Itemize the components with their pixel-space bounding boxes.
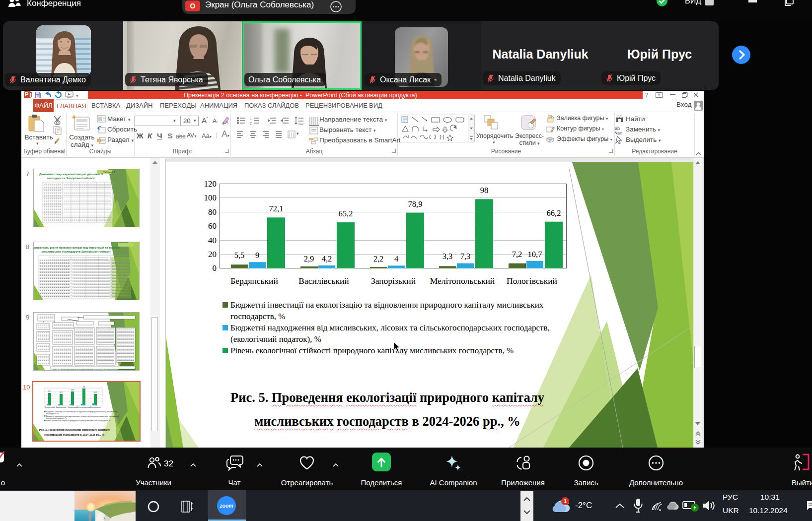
svg-text:60: 60 <box>208 221 217 231</box>
svg-text:Бюджетні надходження від мисли: Бюджетні надходження від мисливських, лі… <box>230 323 550 332</box>
svg-text:5,5: 5,5 <box>234 251 245 260</box>
svg-text:Василівський: Василівський <box>56 406 67 408</box>
svg-text:9: 9 <box>255 251 259 260</box>
svg-text:господарств, %: господарств, % <box>230 312 285 321</box>
svg-text:Рівень екологічної стійкості п: Рівень екологічної стійкості природного … <box>230 346 514 355</box>
svg-text:80: 80 <box>208 207 217 217</box>
svg-text:1: 1 <box>250 117 252 121</box>
svg-text:Рівень екологічної стійкості п: Рівень екологічної стійкості природного … <box>46 420 111 422</box>
svg-text:10,7: 10,7 <box>528 250 542 259</box>
svg-text:2,9: 2,9 <box>304 254 314 263</box>
svg-text:78,9: 78,9 <box>408 199 423 209</box>
svg-text:78,9: 78,9 <box>71 389 74 391</box>
svg-text:65,2: 65,2 <box>60 391 63 393</box>
svg-text:(екологічний податок), %: (екологічний податок), % <box>46 417 67 419</box>
svg-text:Динаміка стану наукової витрат: Динаміка стану наукової витрат діяльност… <box>39 173 103 176</box>
svg-text:Таблиця 3: Таблиця 3 <box>103 171 115 174</box>
svg-text:2: 2 <box>250 122 252 125</box>
svg-text:98: 98 <box>480 186 489 195</box>
svg-text:Рис. 5. Проведення екологізаці: Рис. 5. Проведення екологізації природно… <box>39 428 110 431</box>
svg-text:Пологівський: Пологівський <box>507 276 557 286</box>
svg-text:ac: ac <box>617 130 622 135</box>
svg-text:65,2: 65,2 <box>339 209 353 218</box>
svg-text:4,2: 4,2 <box>322 254 332 263</box>
svg-text:7,2: 7,2 <box>512 250 522 259</box>
svg-text:7,3: 7,3 <box>460 252 471 261</box>
svg-text:4: 4 <box>394 254 398 263</box>
svg-text:72,1: 72,1 <box>48 391 52 392</box>
svg-text:мисливських господарств в 2024: мисливських господарств в 2024-2026 рр.,… <box>44 433 104 436</box>
svg-text:72,1: 72,1 <box>269 204 284 213</box>
svg-text:A: A <box>225 120 228 125</box>
svg-text:Запорізький: Запорізький <box>68 406 77 408</box>
svg-text:Василівський: Василівський <box>298 276 349 286</box>
svg-text:(екологічний податок), %: (екологічний податок), % <box>230 334 321 344</box>
svg-text:господарств, %: господарств, % <box>46 413 59 415</box>
svg-text:Запорізький: Запорізький <box>371 276 416 286</box>
svg-text:20: 20 <box>208 250 217 259</box>
svg-text:2,2: 2,2 <box>373 254 384 263</box>
svg-text:40: 40 <box>208 236 217 245</box>
svg-text:0: 0 <box>213 263 217 273</box>
svg-text:Бердянський: Бердянський <box>45 406 55 408</box>
svg-text:Пологівський: Пологівський <box>90 406 101 408</box>
svg-text:мисливських господарств Запорі: мисливських господарств Запорізької обла… <box>42 250 111 253</box>
svg-text:66,2: 66,2 <box>94 391 97 393</box>
svg-text:Бердянський: Бердянський <box>230 276 278 286</box>
svg-text:1: 1 <box>564 498 567 504</box>
svg-text:120: 120 <box>204 179 217 189</box>
svg-text:66,2: 66,2 <box>547 208 561 218</box>
svg-text:98: 98 <box>83 386 85 388</box>
svg-text:Рис. 4. Фундаментальна платфор: Рис. 4. Фундаментальна платформа стратег… <box>53 369 127 371</box>
svg-text:100: 100 <box>204 193 217 202</box>
svg-text:Мелітопольський: Мелітопольський <box>77 406 91 408</box>
svg-text:Мелітопольський: Мелітопольський <box>430 276 495 286</box>
svg-text:господарств Запорізької област: господарств Запорізької області <box>47 177 95 180</box>
svg-text:Залежність рівня наукової витр: Залежність рівня наукової витрат від інв… <box>34 246 120 249</box>
svg-text:3,3: 3,3 <box>443 252 453 261</box>
svg-text:Бюджетні інвестиції на екологі: Бюджетні інвестиції на екологізацію та в… <box>230 300 544 310</box>
